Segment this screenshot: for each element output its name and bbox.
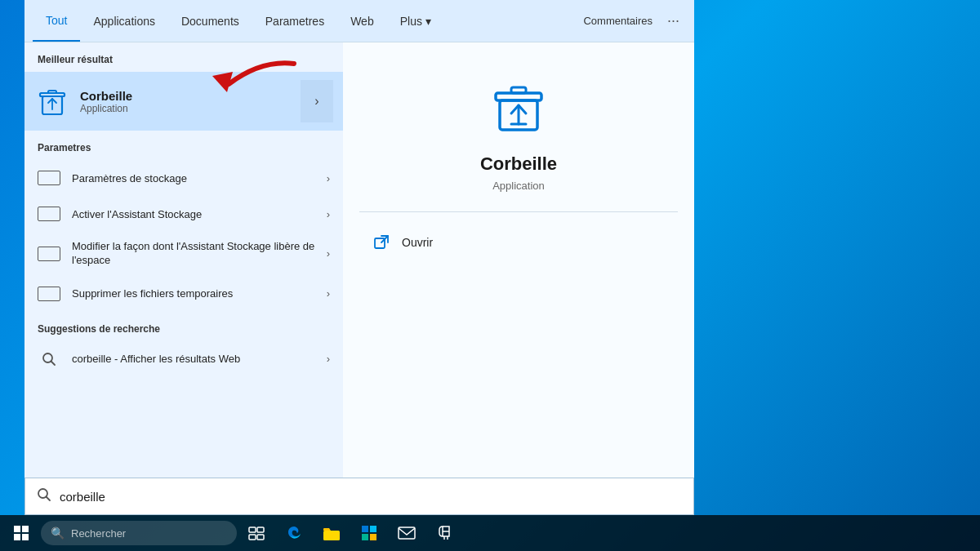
best-result-arrow-button[interactable]: › bbox=[301, 80, 333, 122]
start-button[interactable] bbox=[3, 515, 39, 551]
best-result-text: Corbeille Application bbox=[80, 89, 301, 114]
list-item-stockage[interactable]: Paramètres de stockage › bbox=[24, 160, 343, 196]
chevron-icon-2: › bbox=[327, 208, 330, 220]
search-bar-icon bbox=[37, 487, 51, 505]
parametres-header: Parametres bbox=[24, 131, 343, 160]
search-input[interactable] bbox=[60, 490, 682, 504]
desktop: Tout Applications Documents Parametres W… bbox=[0, 0, 980, 551]
svg-rect-26 bbox=[362, 534, 368, 540]
chevron-icon-suggestion: › bbox=[327, 353, 330, 365]
svg-rect-27 bbox=[370, 534, 376, 540]
detail-open-action[interactable]: Ouvrir bbox=[359, 225, 678, 260]
more-options-button[interactable]: ··· bbox=[661, 12, 686, 29]
svg-rect-16 bbox=[22, 526, 29, 532]
taskbar-search-text: Rechercher bbox=[71, 527, 126, 540]
taskbar-search-icon: 🔍 bbox=[51, 527, 65, 540]
detail-app-icon bbox=[486, 75, 551, 140]
best-result-icon bbox=[34, 83, 70, 119]
open-icon bbox=[372, 233, 390, 251]
svg-rect-21 bbox=[249, 535, 256, 540]
detail-type: Application bbox=[492, 180, 545, 192]
svg-rect-18 bbox=[22, 534, 29, 540]
list-item-suggestion[interactable]: corbeille - Afficher les résultats Web › bbox=[24, 341, 343, 377]
svg-rect-28 bbox=[399, 527, 415, 539]
tabs-row: Tout Applications Documents Parametres W… bbox=[24, 0, 694, 42]
open-action-label: Ouvrir bbox=[402, 236, 433, 249]
detail-name: Corbeille bbox=[480, 153, 557, 175]
svg-line-14 bbox=[47, 497, 51, 501]
svg-rect-2 bbox=[48, 91, 56, 93]
snip-button[interactable] bbox=[426, 515, 462, 551]
chevron-icon-3: › bbox=[327, 247, 330, 260]
suggestions-header: Suggestions de recherche bbox=[24, 312, 343, 341]
commentaires-button[interactable]: Commentaires bbox=[575, 15, 661, 27]
settings-icon-4 bbox=[38, 287, 60, 301]
taskbar-search[interactable]: 🔍 Rechercher bbox=[41, 521, 237, 545]
tab-parametres[interactable]: Parametres bbox=[252, 0, 337, 42]
search-suggestion-icon bbox=[38, 351, 60, 367]
best-result-item[interactable]: Corbeille Application › bbox=[24, 72, 343, 131]
best-result-header: Meilleur résultat bbox=[24, 42, 343, 72]
svg-rect-20 bbox=[257, 527, 264, 532]
settings-icon-2 bbox=[38, 207, 60, 221]
file-explorer-button[interactable] bbox=[314, 515, 350, 551]
list-item-supprimer[interactable]: Supprimer les fichiers temporaires › bbox=[24, 276, 343, 312]
main-content: Meilleur résultat bbox=[24, 42, 694, 514]
settings-icon-1 bbox=[38, 171, 60, 185]
tab-applications[interactable]: Applications bbox=[80, 0, 168, 42]
taskbar: 🔍 Rechercher bbox=[0, 515, 980, 551]
svg-rect-9 bbox=[511, 87, 526, 93]
tab-documents[interactable]: Documents bbox=[168, 0, 252, 42]
edge-button[interactable] bbox=[276, 515, 312, 551]
chevron-icon-1: › bbox=[327, 172, 330, 184]
svg-line-6 bbox=[51, 361, 56, 365]
store-button[interactable] bbox=[351, 515, 387, 551]
svg-rect-25 bbox=[370, 526, 376, 532]
search-panel: Tout Applications Documents Parametres W… bbox=[24, 0, 694, 514]
list-item-assistant[interactable]: Activer l'Assistant Stockage › bbox=[24, 196, 343, 232]
svg-rect-23 bbox=[323, 531, 340, 540]
chevron-icon-4: › bbox=[327, 287, 330, 300]
svg-rect-24 bbox=[362, 526, 368, 532]
right-panel: Corbeille Application Ouvrir bbox=[343, 42, 694, 514]
task-view-button[interactable] bbox=[238, 515, 274, 551]
svg-rect-17 bbox=[14, 534, 20, 540]
settings-icon-3 bbox=[38, 247, 60, 261]
left-panel: Meilleur résultat bbox=[24, 42, 343, 514]
tab-plus[interactable]: Plus ▾ bbox=[387, 0, 444, 42]
svg-rect-19 bbox=[249, 527, 256, 532]
list-item-modifier[interactable]: Modifier la façon dont l'Assistant Stock… bbox=[24, 232, 343, 276]
svg-rect-15 bbox=[14, 526, 20, 532]
detail-divider bbox=[359, 211, 678, 212]
tab-tout[interactable]: Tout bbox=[33, 0, 80, 42]
svg-rect-22 bbox=[257, 535, 264, 540]
tab-web[interactable]: Web bbox=[337, 0, 387, 42]
mail-button[interactable] bbox=[389, 515, 425, 551]
search-bar[interactable] bbox=[24, 478, 694, 515]
